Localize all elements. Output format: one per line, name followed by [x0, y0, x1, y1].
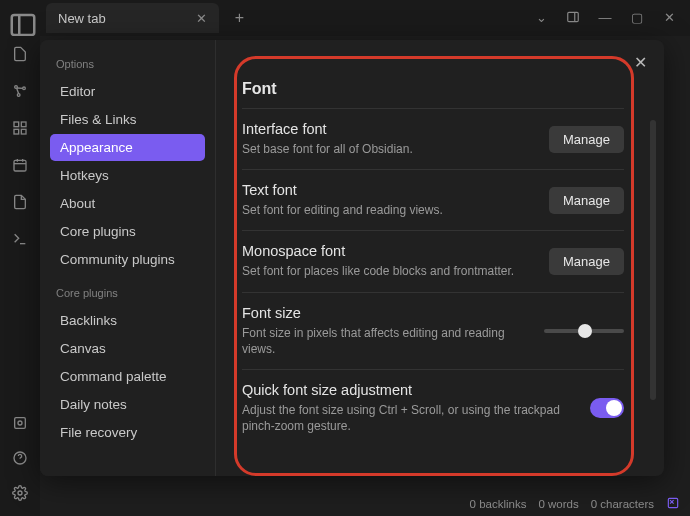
row-title-monospace-font: Monospace font	[242, 243, 533, 259]
row-desc-monospace-font: Set font for places like code blocks and…	[242, 263, 533, 279]
svg-line-8	[17, 88, 19, 93]
row-quick-font-adjust: Quick font size adjustment Adjust the fo…	[242, 369, 624, 446]
svg-rect-10	[21, 122, 26, 127]
nav-item-file-recovery[interactable]: File recovery	[50, 419, 205, 446]
tab-close-icon[interactable]: ✕	[196, 11, 207, 26]
tab-new[interactable]: New tab ✕	[46, 3, 219, 33]
nav-item-appearance[interactable]: Appearance	[50, 134, 205, 161]
svg-rect-12	[21, 129, 26, 134]
templates-icon[interactable]	[12, 194, 28, 213]
tab-label: New tab	[58, 11, 106, 26]
row-title-text-font: Text font	[242, 182, 533, 198]
status-bar: 0 backlinks 0 words 0 characters	[470, 496, 680, 512]
svg-rect-13	[14, 160, 26, 171]
left-ribbon	[0, 36, 40, 516]
row-font-size: Font size Font size in pixels that affec…	[242, 292, 624, 369]
manage-text-font-button[interactable]: Manage	[549, 187, 624, 214]
row-text-font: Text font Set font for editing and readi…	[242, 169, 624, 230]
nav-item-files-links[interactable]: Files & Links	[50, 106, 205, 133]
svg-rect-0	[12, 15, 35, 35]
status-words: 0 words	[538, 498, 578, 510]
svg-rect-18	[15, 418, 26, 429]
nav-item-about[interactable]: About	[50, 190, 205, 217]
settings-content: ✕ Font Interface font Set base font for …	[216, 40, 664, 476]
close-window-icon[interactable]: ✕	[662, 10, 676, 27]
nav-item-command-palette[interactable]: Command palette	[50, 363, 205, 390]
command-palette-icon[interactable]	[12, 231, 28, 250]
svg-point-22	[18, 491, 22, 495]
sidebar-toggle-icon[interactable]	[8, 10, 38, 28]
right-sidebar-toggle-icon[interactable]	[566, 10, 580, 27]
nav-item-daily-notes[interactable]: Daily notes	[50, 391, 205, 418]
manage-monospace-font-button[interactable]: Manage	[549, 248, 624, 275]
files-icon[interactable]	[12, 46, 28, 65]
row-desc-quick-font-adjust: Adjust the font size using Ctrl + Scroll…	[242, 402, 574, 434]
svg-point-6	[17, 94, 20, 97]
canvas-icon[interactable]	[12, 120, 28, 139]
row-desc-font-size: Font size in pixels that affects editing…	[242, 325, 528, 357]
svg-rect-2	[568, 12, 579, 21]
graph-icon[interactable]	[12, 83, 28, 102]
toggle-knob	[606, 400, 622, 416]
svg-rect-9	[14, 122, 19, 127]
svg-point-4	[15, 86, 18, 89]
maximize-icon[interactable]: ▢	[630, 10, 644, 27]
row-desc-text-font: Set font for editing and reading views.	[242, 202, 533, 218]
chevron-down-icon[interactable]: ⌄	[534, 10, 548, 27]
status-chars: 0 characters	[591, 498, 654, 510]
status-sync-icon[interactable]	[666, 496, 680, 512]
help-icon[interactable]	[12, 450, 28, 469]
nav-item-hotkeys[interactable]: Hotkeys	[50, 162, 205, 189]
settings-modal: Options Editor Files & Links Appearance …	[40, 40, 664, 476]
font-size-slider[interactable]	[544, 329, 624, 333]
window-controls: ⌄ ― ▢ ✕	[534, 10, 690, 27]
quick-font-adjust-toggle[interactable]	[590, 398, 624, 418]
row-monospace-font: Monospace font Set font for places like …	[242, 230, 624, 291]
nav-item-canvas[interactable]: Canvas	[50, 335, 205, 362]
new-tab-button[interactable]: +	[225, 9, 254, 27]
minimize-icon[interactable]: ―	[598, 10, 612, 27]
settings-nav: Options Editor Files & Links Appearance …	[40, 40, 216, 476]
nav-section-header-options: Options	[56, 58, 199, 70]
manage-interface-font-button[interactable]: Manage	[549, 126, 624, 153]
row-desc-interface-font: Set base font for all of Obsidian.	[242, 141, 533, 157]
svg-point-5	[23, 87, 26, 90]
row-interface-font: Interface font Set base font for all of …	[242, 108, 624, 169]
nav-item-community-plugins[interactable]: Community plugins	[50, 246, 205, 273]
tab-bar: New tab ✕ + ⌄ ― ▢ ✕	[0, 0, 690, 36]
daily-notes-icon[interactable]	[12, 157, 28, 176]
settings-icon[interactable]	[12, 485, 28, 504]
status-backlinks: 0 backlinks	[470, 498, 527, 510]
row-title-interface-font: Interface font	[242, 121, 533, 137]
content-scrollbar[interactable]	[650, 120, 656, 400]
row-title-quick-font-adjust: Quick font size adjustment	[242, 382, 574, 398]
nav-section-header-core-plugins: Core plugins	[56, 287, 199, 299]
row-title-font-size: Font size	[242, 305, 528, 321]
svg-point-19	[18, 421, 22, 425]
nav-item-backlinks[interactable]: Backlinks	[50, 307, 205, 334]
vault-icon[interactable]	[12, 415, 28, 434]
nav-item-editor[interactable]: Editor	[50, 78, 205, 105]
close-settings-icon[interactable]: ✕	[630, 52, 650, 72]
slider-thumb[interactable]	[578, 324, 592, 338]
nav-item-core-plugins[interactable]: Core plugins	[50, 218, 205, 245]
section-title-font: Font	[242, 66, 624, 108]
svg-rect-11	[14, 129, 19, 134]
